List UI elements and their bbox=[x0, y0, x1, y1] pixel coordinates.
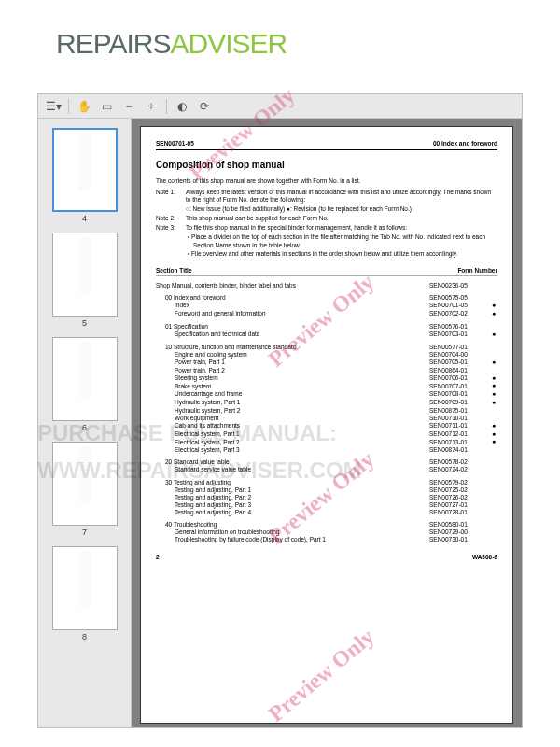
logo-part1: REPAIRS bbox=[56, 28, 170, 59]
logo-part2: ADVISER bbox=[170, 28, 287, 59]
page-area[interactable]: SEN00701-05 00 Index and foreword Compos… bbox=[132, 119, 522, 727]
doc-header: SEN00701-05 00 Index and foreword bbox=[156, 140, 497, 150]
thumbnail[interactable]: ————————————————————————————————————————… bbox=[38, 233, 131, 328]
section-title: Specification and technical data bbox=[175, 331, 429, 338]
section-row: 20 Standard value tableSEN00578-02 bbox=[156, 458, 497, 466]
section-row: Brake systemSEN00707-01● bbox=[156, 382, 497, 390]
section-title: Standard service value table bbox=[175, 466, 429, 473]
section-row: Electrical system, Part 1SEN00712-01● bbox=[156, 430, 497, 439]
form-number: SEN00874-01 bbox=[429, 446, 490, 454]
revision-dot: ● bbox=[490, 382, 497, 390]
form-number: SEN00708-01 bbox=[429, 390, 490, 398]
revision-dot: ● bbox=[490, 302, 497, 310]
revision-dot: ● bbox=[490, 331, 497, 339]
section-row: Testing and adjusting, Part 3SEN00727-01 bbox=[156, 501, 497, 509]
section-title: 10 Structure, function and maintenance s… bbox=[165, 344, 429, 351]
section-row: Standard service value tableSEN00724-02 bbox=[156, 466, 497, 473]
thumbnail-image: ————————————————————————————————————————… bbox=[52, 128, 118, 212]
thumbnail[interactable]: ————————————————————————————————————————… bbox=[38, 128, 131, 223]
section-title: General information on troubleshooting bbox=[175, 529, 429, 536]
section-title: Troubleshooting by failure code (Display… bbox=[175, 536, 429, 543]
section-row: Troubleshooting by failure code (Display… bbox=[156, 536, 497, 543]
section-title: 40 Troubleshooting bbox=[165, 521, 429, 529]
hand-icon[interactable]: ✋ bbox=[77, 99, 91, 114]
thumbnail-panel[interactable]: ————————————————————————————————————————… bbox=[38, 119, 132, 727]
doc-title: Composition of shop manual bbox=[156, 160, 497, 172]
section-title: Hydraulic system, Part 2 bbox=[175, 407, 429, 415]
form-number: SEN00707-01 bbox=[429, 383, 490, 390]
form-number: SEN00730-01 bbox=[429, 536, 490, 543]
rotate-icon[interactable]: ⟳ bbox=[197, 99, 212, 114]
section-title: 20 Standard value table bbox=[165, 458, 429, 466]
section-row: 30 Testing and adjustingSEN00579-02 bbox=[156, 479, 497, 486]
section-title: Power train, Part 1 bbox=[175, 359, 429, 366]
page-number: 2 bbox=[156, 554, 160, 561]
revision-dot: ● bbox=[490, 438, 497, 446]
note-bullet: • Place a divider on the top of each sec… bbox=[156, 233, 497, 248]
section-row: Engine and cooling systemSEN00704-00 bbox=[156, 351, 497, 359]
thumbnail[interactable]: ————————————————————————————————————————… bbox=[38, 442, 131, 537]
form-number: SEN00236-05 bbox=[429, 282, 490, 289]
section-title: 01 Specification bbox=[165, 323, 429, 331]
separator bbox=[68, 99, 69, 114]
section-row: Work equipmentSEN00710-01 bbox=[156, 415, 497, 422]
revision-dot: ● bbox=[490, 422, 497, 430]
section-title: Undercarriage and frame bbox=[175, 390, 429, 398]
sidebar-icon[interactable]: ☰▾ bbox=[46, 99, 61, 114]
section-row: Power train, Part 2SEN00864-01 bbox=[156, 367, 497, 374]
section-title: Index bbox=[175, 302, 429, 309]
section-title: Electrical system, Part 2 bbox=[175, 439, 429, 446]
viewer-toolbar: ☰▾ ✋ ▭ − ＋ ◐ ⟳ bbox=[38, 94, 522, 119]
thumbnail-image: ————————————————————————————————————————… bbox=[52, 442, 118, 526]
page-icon[interactable]: ▭ bbox=[99, 99, 114, 114]
section-title: Hydraulic system, Part 1 bbox=[175, 399, 429, 406]
doc-footer: 2 WA500-6 bbox=[156, 554, 497, 561]
zoom-out-icon[interactable]: − bbox=[121, 99, 136, 114]
thumbnail[interactable]: ————————————————————————————————————————… bbox=[38, 337, 131, 432]
section-title: Testing and adjusting, Part 3 bbox=[175, 501, 429, 509]
thumbnail-number: 7 bbox=[38, 528, 131, 537]
document-page: SEN00701-05 00 Index and foreword Compos… bbox=[140, 126, 513, 724]
form-number: SEN00724-02 bbox=[429, 466, 490, 473]
section-row: 00 Index and forewordSEN00575-05 bbox=[156, 294, 497, 302]
col-form: Form Number bbox=[457, 267, 497, 275]
section-title: Electrical system, Part 1 bbox=[175, 430, 429, 438]
doc-intro: The contents of this shop manual are sho… bbox=[156, 177, 497, 185]
section-title: Brake system bbox=[175, 383, 429, 390]
note-label: Note 1: bbox=[156, 189, 186, 204]
section-row: 40 TroubleshootingSEN00580-01 bbox=[156, 521, 497, 529]
form-number: SEN00710-01 bbox=[429, 415, 490, 422]
form-number: SEN00709-01 bbox=[429, 399, 490, 406]
zoom-in-icon[interactable]: ＋ bbox=[144, 99, 159, 114]
section-title: Foreword and general information bbox=[175, 310, 429, 317]
section-title: 30 Testing and adjusting bbox=[165, 479, 429, 486]
section-title: Work equipment bbox=[175, 415, 429, 422]
note-bullet: • File overview and other materials in s… bbox=[156, 250, 497, 258]
section-row: Steering systemSEN00706-01● bbox=[156, 374, 497, 383]
form-number: SEN00702-02 bbox=[429, 310, 490, 317]
form-number: SEN00576-01 bbox=[429, 323, 490, 331]
revision-dot: ● bbox=[490, 310, 497, 318]
note-text: This shop manual can be supplied for eac… bbox=[186, 215, 497, 222]
doc-code: SEN00701-05 bbox=[156, 140, 194, 148]
site-logo: REPAIRSADVISER bbox=[56, 28, 287, 60]
form-number: SEN00701-05 bbox=[429, 302, 490, 309]
section-title: Testing and adjusting, Part 4 bbox=[175, 509, 429, 516]
doc-section: 00 Index and foreword bbox=[433, 140, 497, 148]
form-number: SEN00578-02 bbox=[429, 458, 490, 466]
col-title: Section Title bbox=[156, 267, 192, 275]
section-row: Foreword and general informationSEN00702… bbox=[156, 310, 497, 318]
form-number: SEN00579-02 bbox=[429, 479, 490, 486]
section-row: Specification and technical dataSEN00703… bbox=[156, 331, 497, 339]
form-number: SEN00712-01 bbox=[429, 430, 490, 438]
section-row: Hydraulic system, Part 2SEN00875-01 bbox=[156, 407, 497, 415]
section-row: Electrical system, Part 2SEN00713-01● bbox=[156, 438, 497, 446]
form-number: SEN00575-05 bbox=[429, 294, 490, 302]
thumbnail[interactable]: ————————————————————————————————————————… bbox=[38, 546, 131, 641]
note-sub: ○: New issue (to be filed additionally) … bbox=[156, 205, 497, 213]
contrast-icon[interactable]: ◐ bbox=[175, 99, 189, 114]
section-title: Shop Manual, contents binder, binder lab… bbox=[156, 282, 429, 289]
viewer-body: ————————————————————————————————————————… bbox=[38, 119, 522, 727]
separator bbox=[166, 99, 167, 114]
section-row: Electrical system, Part 3SEN00874-01 bbox=[156, 446, 497, 454]
